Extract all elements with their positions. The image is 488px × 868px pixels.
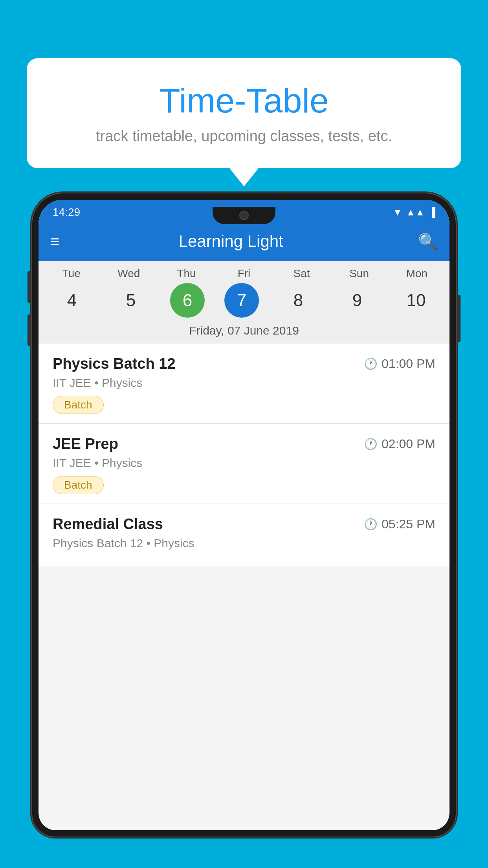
- clock-icon: 🕐: [364, 357, 378, 370]
- phone-notch: [213, 207, 275, 224]
- day-header-fri: Fri: [224, 267, 264, 280]
- speech-bubble-container: Time-Table track timetable, upcoming cla…: [27, 58, 461, 168]
- schedule-item[interactable]: Physics Batch 12🕐01:00 PMIIT JEE • Physi…: [39, 344, 449, 424]
- search-icon[interactable]: 🔍: [418, 232, 438, 251]
- schedule-item-title: Physics Batch 12: [53, 355, 176, 372]
- schedule-item-meta: IIT JEE • Physics: [53, 456, 435, 470]
- speech-bubble: Time-Table track timetable, upcoming cla…: [27, 58, 461, 168]
- day-num-5[interactable]: 5: [111, 283, 150, 318]
- status-icons: ▼ ▲▲ ▐: [393, 207, 435, 218]
- schedule-item-time: 05:25 PM: [382, 517, 435, 531]
- phone-outer: 14:29 ▼ ▲▲ ▐ ≡ Learning Light 🔍 TueWedTh…: [31, 193, 457, 837]
- bubble-title: Time-Table: [42, 82, 446, 120]
- day-num-6[interactable]: 6: [170, 283, 205, 318]
- wifi-icon: ▼: [393, 207, 402, 218]
- day-header-sun: Sun: [339, 267, 379, 280]
- day-header-wed: Wed: [109, 267, 149, 280]
- schedule-item-meta: Physics Batch 12 • Physics: [53, 537, 435, 550]
- schedule-list: Physics Batch 12🕐01:00 PMIIT JEE • Physi…: [39, 344, 449, 566]
- day-header-tue: Tue: [51, 267, 91, 280]
- bubble-subtitle: track timetable, upcoming classes, tests…: [42, 128, 446, 145]
- phone-volume-down-button: [28, 314, 31, 346]
- signal-icon: ▲▲: [406, 207, 425, 218]
- phone-volume-up-button: [28, 271, 31, 303]
- status-time: 14:29: [53, 206, 80, 219]
- batch-badge: Batch: [53, 476, 104, 494]
- app-title: Learning Light: [70, 232, 391, 251]
- schedule-item-title: Remedial Class: [53, 516, 163, 533]
- day-num-7[interactable]: 7: [224, 283, 259, 318]
- day-headers: TueWedThuFriSatSunMon: [39, 267, 449, 280]
- day-header-mon: Mon: [397, 267, 437, 280]
- day-header-thu: Thu: [167, 267, 206, 280]
- schedule-item[interactable]: Remedial Class🕐05:25 PMPhysics Batch 12 …: [39, 504, 449, 566]
- phone-screen: 14:29 ▼ ▲▲ ▐ ≡ Learning Light 🔍 TueWedTh…: [39, 200, 449, 830]
- day-num-4[interactable]: 4: [52, 283, 92, 318]
- schedule-item-time: 02:00 PM: [382, 437, 435, 451]
- schedule-item[interactable]: JEE Prep🕐02:00 PMIIT JEE • PhysicsBatch: [39, 424, 449, 504]
- day-numbers: 45678910: [39, 283, 449, 318]
- battery-icon: ▐: [429, 207, 435, 218]
- clock-icon: 🕐: [364, 438, 378, 451]
- schedule-item-time: 01:00 PM: [382, 357, 435, 371]
- day-header-sat: Sat: [282, 267, 321, 280]
- hamburger-menu-icon[interactable]: ≡: [50, 234, 59, 249]
- batch-badge: Batch: [53, 396, 104, 414]
- day-num-8[interactable]: 8: [279, 283, 318, 318]
- day-num-9[interactable]: 9: [338, 283, 377, 318]
- day-num-10[interactable]: 10: [396, 283, 436, 318]
- selected-date-label: Friday, 07 June 2019: [39, 322, 449, 344]
- schedule-item-title: JEE Prep: [53, 436, 118, 452]
- phone-camera: [239, 211, 249, 220]
- clock-icon: 🕐: [364, 518, 378, 531]
- phone-power-button: [457, 295, 460, 342]
- phone-mockup: 14:29 ▼ ▲▲ ▐ ≡ Learning Light 🔍 TueWedTh…: [31, 193, 457, 868]
- schedule-item-meta: IIT JEE • Physics: [53, 376, 435, 390]
- calendar-week: TueWedThuFriSatSunMon 45678910 Friday, 0…: [39, 261, 449, 344]
- app-bar: ≡ Learning Light 🔍: [39, 222, 449, 261]
